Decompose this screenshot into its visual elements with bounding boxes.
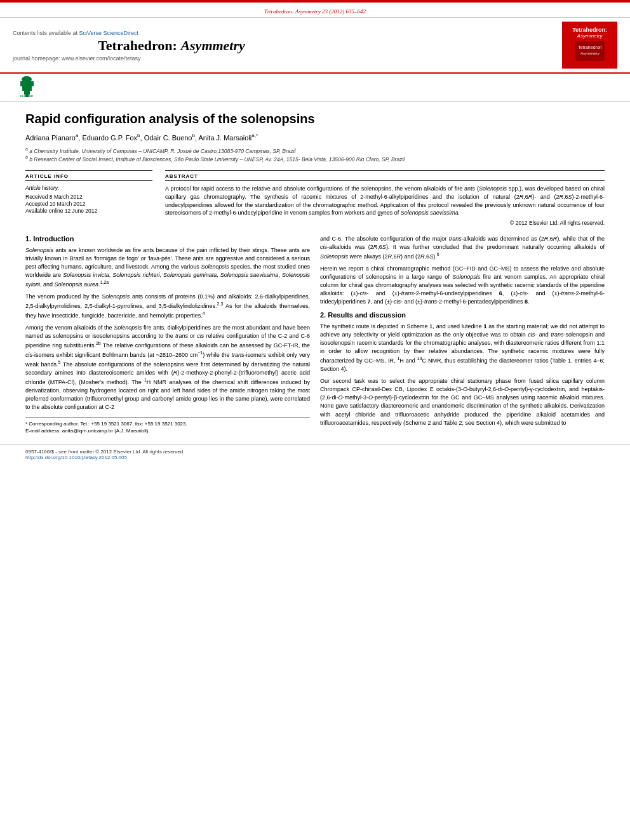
elsevier-bar: ELSEVIER	[0, 74, 630, 102]
abstract-section: ABSTRACT A protocol for rapid access to …	[165, 170, 605, 225]
logo-title: Tetrahedron:	[572, 27, 607, 33]
copyright-text: © 2012 Elsevier Ltd. All rights reserved…	[165, 220, 605, 226]
corresponding-footnote: * Corresponding author. Tel.: +55 19 352…	[25, 420, 310, 427]
abstract-text: A protocol for rapid access to the relat…	[165, 185, 605, 217]
author-sup-a2: a,*	[251, 133, 258, 138]
svg-point-8	[22, 76, 32, 83]
author-eduardo: Eduardo G.P. Fox	[82, 134, 137, 142]
article-title: Rapid configuration analysis of the sole…	[25, 112, 605, 126]
available-date: Available online 12 June 2012	[25, 208, 152, 214]
elsevier-logo: ELSEVIER	[13, 76, 41, 98]
body-two-col: 1. Introduction Solenopsis ants are know…	[25, 235, 605, 434]
right-para-3: The synthetic route is depicted in Schem…	[320, 323, 605, 373]
authors: Adriana Pianaroa, Eduardo G.P. Foxb, Oda…	[25, 133, 605, 142]
email-footnote: E-mail address: anita@iqm.unicamp.br (A.…	[25, 427, 310, 434]
author-sup-b1: b	[137, 133, 140, 138]
journal-name-top: Tetrahedron: Asymmetry 23 (2012) 635–642	[264, 8, 366, 15]
results-heading: 2. Results and discussion	[320, 311, 605, 319]
abstract-col: ABSTRACT A protocol for rapid access to …	[165, 170, 605, 225]
article-info-abstract: ARTICLE INFO Article history: Received 8…	[25, 170, 605, 225]
affiliations: a a Chemistry Institute, University of C…	[25, 147, 605, 163]
right-para-2: Herein we report a chiral chromatographi…	[320, 265, 605, 306]
intro-para-3: Among the venom alkaloids of the Solenop…	[25, 324, 310, 411]
history-label: Article history:	[25, 185, 152, 191]
svg-text:Tetrahedron: Tetrahedron	[578, 45, 601, 50]
intro-para-1: Solenopsis ants are known worldwide as f…	[25, 246, 310, 289]
footnotes: * Corresponding author. Tel.: +55 19 352…	[25, 417, 310, 434]
footer-doi: http://dx.doi.org/10.1016/j.tetasy.2012.…	[25, 455, 605, 460]
footer-bar: 0957-4166/$ - see front matter © 2012 El…	[0, 444, 630, 464]
article-info-section: ARTICLE INFO Article history: Received 8…	[25, 170, 152, 214]
svg-rect-5	[24, 90, 30, 95]
affil-b: b b Research Center of Social Insect, In…	[25, 155, 605, 163]
svg-text:Asymmetry: Asymmetry	[580, 51, 600, 55]
abstract-heading: ABSTRACT	[165, 171, 605, 181]
right-para-4: Our second task was to select the approp…	[320, 377, 605, 427]
accepted-date: Accepted 10 March 2012	[25, 201, 152, 207]
author-adriana: Adriana Pianaro	[25, 134, 76, 142]
logo-subtitle: Asymmetry	[572, 33, 607, 39]
intro-para-2: The venom produced by the Solenopsis ant…	[25, 293, 310, 320]
author-odair: Odair C. Bueno	[144, 134, 192, 142]
body-col-right: and C-6. The absolute configuration of t…	[320, 235, 605, 434]
author-sup-b2: b	[192, 133, 195, 138]
svg-text:ELSEVIER: ELSEVIER	[20, 95, 33, 98]
body-col-left: 1. Introduction Solenopsis ants are know…	[25, 235, 310, 434]
journal-logo-box: Tetrahedron: Asymmetry Tetrahedron Asymm…	[562, 22, 617, 69]
elsevier-icon: ELSEVIER	[13, 76, 41, 98]
intro-heading: 1. Introduction	[25, 235, 310, 243]
received-date: Received 8 March 2012	[25, 194, 152, 200]
article-info-heading: ARTICLE INFO	[25, 171, 152, 181]
logo-graphic: Tetrahedron Asymmetry	[574, 40, 606, 62]
journal-homepage: journal homepage: www.elsevier.com/locat…	[13, 55, 141, 62]
affil-a: a a Chemistry Institute, University of C…	[25, 147, 605, 154]
author-anita: Anita J. Marsaioli	[198, 134, 251, 142]
svg-rect-6	[22, 86, 32, 91]
main-content: Rapid configuration analysis of the sole…	[0, 102, 630, 444]
sciverse-text: Contents lists available at SciVerse Sci…	[13, 29, 138, 36]
content-bar: Contents lists available at SciVerse Sci…	[0, 18, 630, 74]
author-sup-a1: a	[76, 133, 78, 138]
article-info-col: ARTICLE INFO Article history: Received 8…	[25, 170, 152, 225]
journal-title-main: Tetrahedron: Asymmetry	[13, 37, 330, 54]
journal-header: Tetrahedron: Asymmetry 23 (2012) 635–642	[0, 3, 630, 18]
footer-issn: 0957-4166/$ - see front matter © 2012 El…	[25, 449, 605, 455]
right-para-1: and C-6. The absolute configuration of t…	[320, 235, 605, 261]
